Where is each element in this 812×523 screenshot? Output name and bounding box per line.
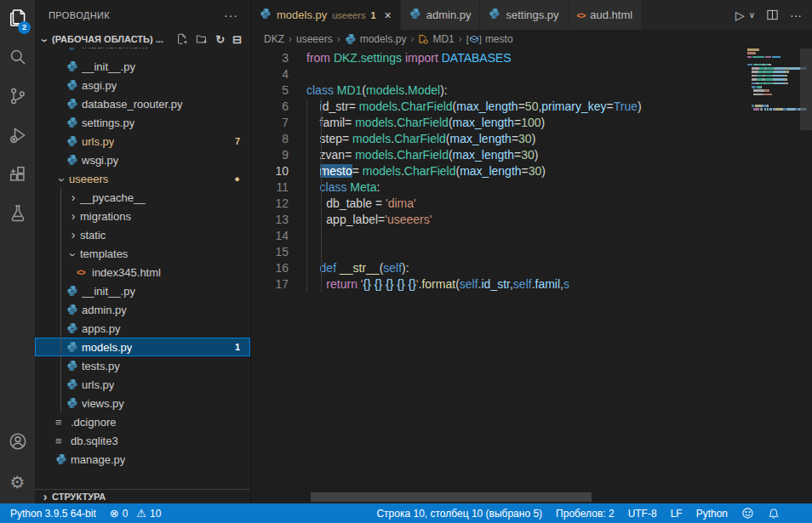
- collapse-all-icon[interactable]: ⊟: [232, 33, 242, 46]
- run-icon[interactable]: ▷: [735, 9, 745, 22]
- line-number[interactable]: 15: [251, 244, 289, 260]
- status-problems[interactable]: ⊗0⚠10: [103, 503, 169, 523]
- activity-source-control-button[interactable]: [0, 78, 35, 117]
- tree-item-indexelement[interactable]: indexelement: [35, 48, 250, 57]
- line-number[interactable]: 17: [251, 276, 289, 293]
- tree-item-init-py[interactable]: __init__.py: [35, 281, 250, 300]
- breadcrumb-label: MD1: [432, 33, 454, 45]
- code-line-13[interactable]: 13 app_label='useeers': [251, 212, 800, 228]
- status-feedback[interactable]: [735, 503, 761, 523]
- tree-item-wsgi-py[interactable]: wsgi.py: [35, 151, 250, 169]
- tab-models-py[interactable]: models.pyuseeers1×: [251, 0, 401, 30]
- tree-item-static[interactable]: ›static: [35, 225, 250, 244]
- code-line-14[interactable]: 14: [251, 228, 800, 244]
- line-number[interactable]: 9: [251, 147, 289, 163]
- tree-item-useeers[interactable]: ›useeers●: [35, 169, 250, 188]
- code-line-12[interactable]: 12 db_table = 'dima': [251, 196, 800, 212]
- new-file-icon[interactable]: [176, 33, 188, 46]
- split-editor-icon[interactable]: [766, 9, 779, 21]
- activity-run-debug-button[interactable]: [0, 117, 35, 156]
- code-editor[interactable]: 3from DKZ.settings import DATABASES45cla…: [251, 48, 800, 492]
- code-line-15[interactable]: 15: [251, 244, 800, 260]
- chevron-down-icon: ›: [38, 34, 52, 48]
- activity-testing-button[interactable]: [0, 196, 35, 235]
- line-number[interactable]: 8: [251, 131, 289, 147]
- status-indentation[interactable]: Пробелов: 2: [549, 503, 621, 523]
- tree-item-views-py[interactable]: views.py: [35, 394, 250, 412]
- horizontal-scrollbar[interactable]: [311, 492, 592, 502]
- tree-item-apps-py[interactable]: apps.py: [35, 319, 250, 338]
- code-line-6[interactable]: 6 id_str= models.CharField(max_length=50…: [251, 99, 800, 115]
- explorer-more-actions-icon[interactable]: ···: [224, 9, 238, 22]
- tree-item-tests-py[interactable]: tests.py: [35, 356, 250, 375]
- code-line-10[interactable]: 10 mesto= models.CharField(max_length=30…: [251, 163, 800, 179]
- breadcrumb-item-mesto[interactable]: []mesto: [466, 33, 513, 45]
- breadcrumb-item-md1[interactable]: MD1: [418, 33, 454, 45]
- tree-item-models-py[interactable]: models.py1: [35, 338, 250, 356]
- tree-item-index345-html[interactable]: <>index345.html: [35, 263, 250, 281]
- tab-settings-py[interactable]: settings.py: [480, 0, 568, 30]
- tree-item-settings-py[interactable]: settings.py: [35, 113, 250, 132]
- status-cursor-position[interactable]: Строка 10, столбец 10 (выбрано 5): [369, 503, 549, 523]
- new-folder-icon[interactable]: [196, 33, 208, 46]
- vertical-scrollbar[interactable]: [800, 48, 812, 130]
- code-line-7[interactable]: 7 famil= models.CharField(max_length=100…: [251, 115, 800, 131]
- code-line-9[interactable]: 9 zvan= models.CharField(max_length=30): [251, 147, 800, 163]
- line-number[interactable]: 12: [251, 196, 289, 212]
- tree-item-admin-py[interactable]: admin.py: [35, 300, 250, 319]
- line-number[interactable]: 3: [251, 50, 289, 66]
- tree-item-db-sqlite3[interactable]: ≡db.sqlite3: [35, 431, 250, 450]
- tree-item-migrations[interactable]: ›migrations: [35, 207, 250, 225]
- tree-item-urls-py[interactable]: urls.py7: [35, 132, 250, 151]
- indent-guide: [60, 281, 61, 300]
- tree-item-urls-py[interactable]: urls.py: [35, 375, 250, 394]
- activity-account-button[interactable]: [0, 424, 35, 463]
- tree-item-label: settings.py: [82, 117, 134, 129]
- line-number[interactable]: 13: [251, 212, 289, 228]
- minimap-line: [747, 78, 787, 81]
- code-line-17[interactable]: 17 return '{} {} {} {} {}'.format(self.i…: [251, 276, 800, 293]
- line-number[interactable]: 14: [251, 228, 289, 244]
- line-number[interactable]: 10: [251, 163, 289, 179]
- activity-search-button[interactable]: [0, 39, 35, 78]
- tree-item-init-py[interactable]: __init__.py: [35, 57, 250, 76]
- code-line-5[interactable]: 5class MD1(models.Model):: [251, 82, 800, 99]
- breadcrumb-item-useeers[interactable]: useeers: [296, 33, 333, 45]
- line-number[interactable]: 16: [251, 260, 289, 276]
- line-number[interactable]: 7: [251, 115, 289, 131]
- status-notifications[interactable]: [761, 503, 786, 523]
- code-line-3[interactable]: 3from DKZ.settings import DATABASES: [251, 50, 800, 66]
- line-number[interactable]: 11: [251, 179, 289, 196]
- workspace-section-header[interactable]: › (РАБОЧАЯ ОБЛАСТЬ) ... ↻⊟: [35, 30, 250, 48]
- line-number[interactable]: 5: [251, 82, 289, 99]
- tree-item-pycache[interactable]: ›__pycache__: [35, 188, 250, 207]
- breadcrumb-item-models-py[interactable]: models.py: [345, 33, 407, 45]
- tree-item-asgi-py[interactable]: asgi.py: [35, 76, 250, 94]
- refresh-icon[interactable]: ↻: [215, 33, 225, 46]
- code-line-4[interactable]: 4: [251, 66, 800, 82]
- tree-item-dcignore[interactable]: ≡.dcignore: [35, 412, 250, 431]
- activity-settings-button[interactable]: ⚙: [0, 463, 35, 502]
- code-line-16[interactable]: 16 def __str__(self):: [251, 260, 800, 276]
- status-python-interpreter[interactable]: Python 3.9.5 64-bit: [3, 503, 103, 523]
- run-dropdown-icon[interactable]: ∨: [749, 10, 755, 20]
- line-number[interactable]: 6: [251, 99, 289, 115]
- line-number[interactable]: 4: [251, 66, 289, 82]
- tab-aud-html[interactable]: <>aud.html: [569, 0, 643, 30]
- status-eol[interactable]: LF: [664, 503, 689, 523]
- more-actions-icon[interactable]: ···: [790, 9, 802, 22]
- tree-item-manage-py[interactable]: manage.py: [35, 450, 250, 469]
- minimap[interactable]: [746, 48, 800, 151]
- activity-extensions-button[interactable]: [0, 156, 35, 196]
- close-icon[interactable]: ×: [385, 9, 392, 22]
- status-encoding[interactable]: UTF-8: [621, 503, 664, 523]
- code-line-8[interactable]: 8 step= models.CharField(max_length=30): [251, 131, 800, 147]
- activity-explorer-button[interactable]: 2: [0, 0, 35, 39]
- status-language-mode[interactable]: Python: [689, 503, 735, 523]
- breadcrumb-item-dkz[interactable]: DKZ: [264, 33, 284, 45]
- tab-admin-py[interactable]: admin.py: [401, 0, 481, 30]
- tree-item-templates[interactable]: ›templates: [35, 244, 250, 263]
- code-line-11[interactable]: 11 class Meta:: [251, 179, 800, 196]
- tree-item-database-roouter-py[interactable]: database_roouter.py: [35, 94, 250, 113]
- outline-section-header[interactable]: › СТРУКТУРА: [35, 489, 250, 503]
